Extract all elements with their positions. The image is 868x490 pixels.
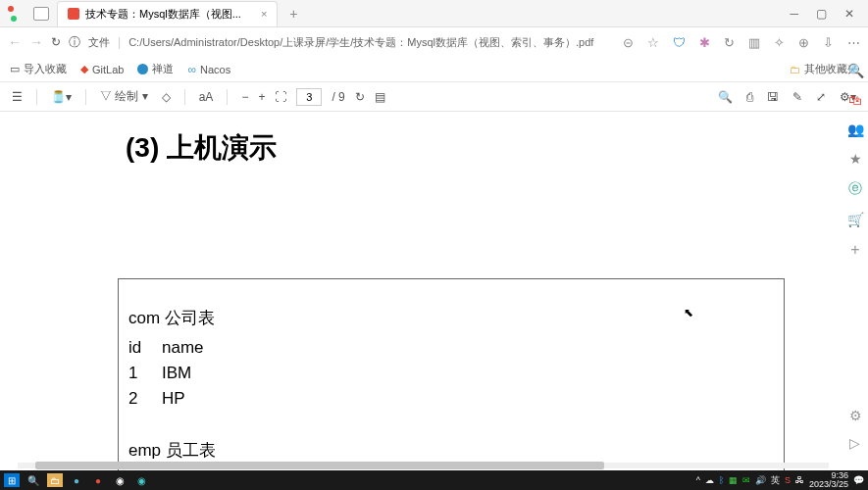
- contents-icon[interactable]: ☰: [12, 90, 23, 104]
- pdf-file-icon: [68, 8, 79, 20]
- browser-tab[interactable]: 技术专题：Mysql数据库（视图... ×: [57, 1, 278, 26]
- horizontal-scrollbar[interactable]: [4, 461, 842, 470]
- paint-bucket-icon[interactable]: 🫙▾: [51, 90, 72, 104]
- zoom-out-icon[interactable]: −: [241, 90, 248, 104]
- bookmark-zentao[interactable]: 禅道: [137, 62, 174, 76]
- tray-sogou-icon[interactable]: S: [785, 475, 791, 485]
- tab-title: 技术专题：Mysql数据库（视图...: [85, 7, 241, 22]
- chrome-icon[interactable]: ◉: [112, 473, 128, 487]
- favorite-icon[interactable]: ☆: [647, 35, 659, 50]
- folder-icon: 🗀: [790, 64, 800, 75]
- page-total: / 9: [332, 90, 344, 104]
- com-table-title: com 公司表: [128, 307, 774, 329]
- extensions-icon[interactable]: ✧: [774, 35, 785, 50]
- sidebar-ie-icon[interactable]: ⓔ: [848, 180, 862, 198]
- copilot-icon[interactable]: ✱: [699, 35, 710, 50]
- table-row: 2HP: [128, 386, 774, 412]
- fullscreen-icon[interactable]: ⤢: [816, 90, 826, 104]
- emp-table-title: emp 员工表: [128, 439, 774, 462]
- forward-icon: →: [29, 34, 43, 50]
- notifications-icon[interactable]: 💬: [853, 475, 864, 485]
- taskbar-clock[interactable]: 9:36 2023/3/25: [809, 471, 848, 489]
- import-icon: ▭: [10, 63, 20, 75]
- tray-volume-icon[interactable]: 🔊: [755, 475, 766, 485]
- gitlab-icon: ◆: [80, 63, 88, 75]
- pdf-search-icon[interactable]: 🔍: [718, 90, 733, 104]
- page-input[interactable]: [296, 88, 322, 106]
- back-icon[interactable]: ←: [8, 34, 22, 50]
- tray-bt-icon[interactable]: ᛒ: [719, 475, 724, 485]
- search-icon[interactable]: ⊝: [623, 35, 634, 50]
- explorer-icon[interactable]: 🗀: [47, 473, 63, 487]
- tray-app-icon[interactable]: ▦: [729, 475, 738, 485]
- rotate-icon[interactable]: ↻: [355, 90, 365, 104]
- print-icon[interactable]: ⎙: [746, 90, 753, 104]
- split-icon[interactable]: ▥: [748, 35, 760, 50]
- bookmark-gitlab[interactable]: ◆ GitLab: [80, 63, 124, 75]
- tray-up-icon[interactable]: ^: [696, 475, 700, 485]
- refresh-ext-icon[interactable]: ↻: [724, 35, 735, 50]
- sidebar-star-icon[interactable]: ★: [849, 151, 862, 167]
- sidebar-people-icon[interactable]: 👥: [847, 122, 864, 137]
- maximize-icon[interactable]: ▢: [816, 7, 827, 21]
- pdf-toolbar: ☰ 🫙▾ ▽ 绘制 ▾ ◇ aA − + ⛶ / 9 ↻ ▤ 🔍 ⎙ 🖫 ✎ ⤢…: [0, 82, 868, 112]
- eraser-icon[interactable]: ◇: [162, 90, 171, 104]
- draw-icon[interactable]: ▽ 绘制 ▾: [100, 88, 148, 105]
- nacos-icon: ∞: [187, 63, 196, 76]
- camera-icon[interactable]: ●: [69, 473, 84, 487]
- title-bar: 技术专题：Mysql数据库（视图... × + ─ ▢ ✕: [0, 0, 868, 27]
- profile-indicator[interactable]: [6, 6, 22, 22]
- more-icon[interactable]: ⋯: [847, 35, 860, 50]
- sidebar-search-icon[interactable]: 🔍: [847, 63, 864, 78]
- window-icon[interactable]: [33, 7, 49, 21]
- sidebar-settings-icon[interactable]: ⚙: [849, 408, 862, 423]
- table-row: 1IBM: [128, 361, 774, 386]
- collections-icon[interactable]: ⊕: [798, 35, 809, 50]
- text-size-icon[interactable]: aA: [199, 90, 214, 104]
- downloads-icon[interactable]: ⇩: [823, 35, 834, 50]
- edge-sidebar: 🔍 🛍 👥 ★ ⓔ 🛒 +: [842, 57, 868, 259]
- edit-icon[interactable]: ✎: [792, 90, 802, 104]
- info-icon[interactable]: ⓘ: [69, 34, 80, 51]
- zoom-in-icon[interactable]: +: [258, 90, 265, 104]
- section-heading: (3) 上机演示: [126, 129, 277, 167]
- page-view-icon[interactable]: ▤: [375, 90, 385, 104]
- bookmark-nacos[interactable]: ∞ Nacos: [187, 63, 230, 76]
- bookmark-bar: ▭ 导入收藏 ◆ GitLab 禅道 ∞ Nacos 🗀 其他收藏夹: [0, 57, 868, 82]
- close-window-icon[interactable]: ✕: [844, 7, 854, 21]
- url-text[interactable]: C:/Users/Administrator/Desktop/上课录屏/学生/技…: [128, 35, 615, 50]
- minimize-icon[interactable]: ─: [790, 7, 798, 21]
- bookmark-import[interactable]: ▭ 导入收藏: [10, 62, 67, 76]
- file-scheme-label: 文件: [88, 35, 110, 50]
- new-tab-icon[interactable]: +: [289, 6, 297, 22]
- pdf-content: (3) 上机演示 com 公司表 id name 1IBM 2HP emp 员工…: [0, 112, 868, 490]
- edge-icon[interactable]: ◉: [133, 473, 149, 487]
- cursor-icon: ⬉: [684, 306, 693, 319]
- record-icon[interactable]: ●: [90, 473, 106, 487]
- save-icon[interactable]: 🖫: [767, 90, 779, 104]
- com-header-row: id name: [128, 335, 774, 361]
- shield-icon[interactable]: 🛡: [673, 35, 686, 50]
- sidebar-cart-icon[interactable]: 🛒: [847, 212, 864, 227]
- address-bar: ← → ↻ ⓘ 文件 | C:/Users/Administrator/Desk…: [0, 27, 868, 57]
- tray-ime-icon[interactable]: 英: [771, 474, 780, 487]
- sidebar-shopping-icon[interactable]: 🛍: [848, 92, 862, 108]
- tab-close-icon[interactable]: ×: [261, 8, 267, 20]
- sidebar-collapse-icon[interactable]: ▷: [849, 435, 862, 451]
- fit-icon[interactable]: ⛶: [275, 90, 286, 104]
- start-icon[interactable]: ⊞: [4, 473, 20, 487]
- windows-taskbar: ⊞ 🔍 🗀 ● ● ◉ ◉ ^ ☁ ᛒ ▦ ✉ 🔊 英 S 🖧 9:36 202…: [0, 470, 868, 490]
- sidebar-add-icon[interactable]: +: [850, 241, 859, 259]
- tray-wechat-icon[interactable]: ✉: [742, 475, 750, 485]
- tray-cloud-icon[interactable]: ☁: [705, 475, 714, 485]
- tray-net-icon[interactable]: 🖧: [795, 475, 804, 485]
- reload-icon[interactable]: ↻: [51, 35, 61, 49]
- zentao-icon: [137, 64, 148, 74]
- taskbar-search-icon[interactable]: 🔍: [26, 473, 41, 487]
